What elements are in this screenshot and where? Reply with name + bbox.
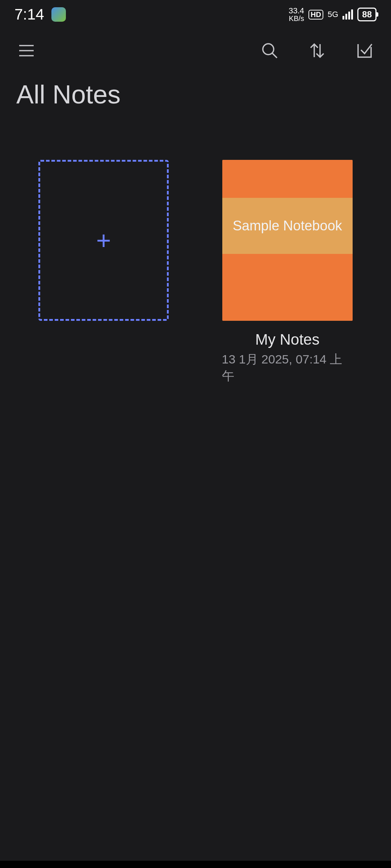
- select-button[interactable]: [354, 41, 375, 61]
- notebook-grid: + Sample Notebook My Notes 13 1月 2025, 0…: [0, 124, 391, 384]
- status-battery: 88: [357, 8, 377, 21]
- app-bar-right: [260, 41, 375, 61]
- app-bar: [0, 29, 391, 72]
- status-speed-value: 33.4: [289, 7, 304, 15]
- svg-point-3: [263, 44, 274, 55]
- status-signal-icon: [342, 9, 353, 20]
- notebook-cover-band: Sample Notebook: [222, 198, 353, 254]
- notebook-title: My Notes: [255, 331, 319, 348]
- plus-icon: +: [96, 228, 111, 253]
- sort-icon: [307, 41, 327, 61]
- notebook-cover-title: Sample Notebook: [233, 218, 342, 234]
- status-app-icon: [51, 7, 66, 22]
- checkbox-icon: [354, 41, 375, 61]
- sort-button[interactable]: [307, 41, 327, 61]
- status-bar: 7:14 33.4 KB/s HD 5G 88: [0, 0, 391, 29]
- status-time: 7:14: [14, 6, 44, 23]
- search-icon: [260, 41, 280, 61]
- notebook-date: 13 1月 2025, 07:14 上午: [222, 351, 353, 384]
- navigation-bar: [0, 861, 391, 868]
- app-bar-left: [16, 41, 37, 61]
- add-notebook-button[interactable]: +: [38, 160, 169, 321]
- status-bar-right: 33.4 KB/s HD 5G 88: [289, 7, 377, 22]
- status-hd-badge: HD: [308, 10, 323, 20]
- status-network-speed: 33.4 KB/s: [289, 7, 304, 22]
- status-speed-unit: KB/s: [289, 15, 304, 22]
- search-button[interactable]: [260, 41, 280, 61]
- svg-line-4: [272, 53, 277, 58]
- hamburger-icon: [16, 41, 37, 61]
- page-title: All Notes: [0, 72, 391, 124]
- notebook-card[interactable]: Sample Notebook My Notes 13 1月 2025, 07:…: [222, 160, 353, 384]
- status-bar-left: 7:14: [14, 6, 66, 23]
- notebook-cover: Sample Notebook: [222, 160, 353, 321]
- status-network-type: 5G: [328, 10, 338, 19]
- menu-button[interactable]: [16, 41, 37, 61]
